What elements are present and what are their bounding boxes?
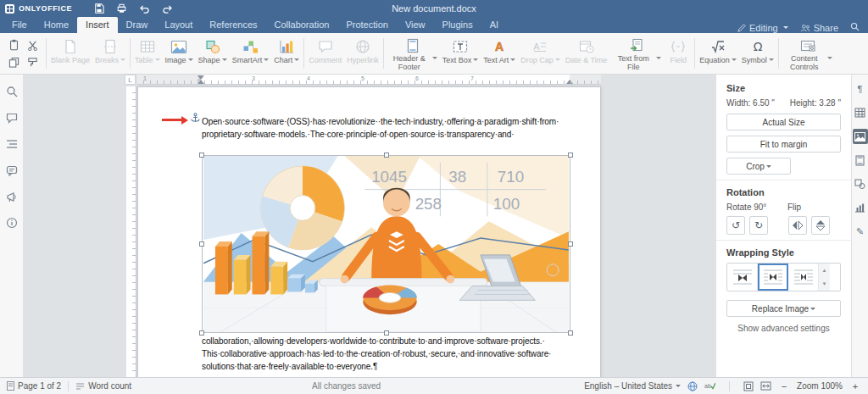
selection-handle[interactable] xyxy=(568,153,573,158)
zoom-in-button[interactable]: + xyxy=(849,380,861,392)
insert-image-button[interactable]: Image xyxy=(163,35,196,72)
redo-button[interactable] xyxy=(162,4,173,14)
insert-hyperlink-button[interactable]: Hyperlink xyxy=(344,35,381,72)
copy-style-button[interactable] xyxy=(25,55,39,69)
zoom-out-button[interactable]: − xyxy=(778,380,790,392)
insert-text-art-button[interactable]: A Text Art xyxy=(481,35,518,72)
word-count-icon xyxy=(75,382,85,391)
insert-breaks-button[interactable]: Breaks xyxy=(92,35,128,72)
flip-horizontal-button[interactable] xyxy=(788,216,807,235)
insert-header-footer-button[interactable]: Header & Footer xyxy=(386,35,440,72)
word-count-button[interactable]: Word count xyxy=(75,381,131,391)
share-button[interactable]: Share xyxy=(800,23,838,33)
rotate-right-button[interactable]: ↻ xyxy=(749,216,768,235)
header-footer-settings-button[interactable] xyxy=(853,153,868,168)
insert-equation-button[interactable]: Equation xyxy=(697,35,739,72)
tab-collaboration[interactable]: Collaboration xyxy=(266,17,338,33)
scroll-down-icon[interactable]: ▼ xyxy=(819,277,830,291)
insert-shape-button[interactable]: Shape xyxy=(196,35,230,72)
chat-button[interactable] xyxy=(5,164,19,177)
insert-content-controls-button[interactable]: Content Controls xyxy=(781,35,835,72)
tab-home[interactable]: Home xyxy=(36,17,77,33)
search-button[interactable] xyxy=(850,22,860,33)
paragraph-settings-button[interactable]: ¶ xyxy=(853,81,868,97)
signature-settings-button[interactable]: ✎ xyxy=(853,224,868,239)
copy-button[interactable] xyxy=(7,55,20,69)
paste-button[interactable] xyxy=(7,38,20,52)
editing-mode-selector[interactable]: Editing xyxy=(737,23,788,33)
navigation-button[interactable] xyxy=(5,137,19,151)
language-selector[interactable]: English – United States xyxy=(584,381,681,391)
flip-vertical-button[interactable] xyxy=(811,216,830,235)
insert-symbol-button[interactable]: Ω Symbol xyxy=(739,35,776,72)
insert-chart-button[interactable]: Chart xyxy=(271,35,302,72)
insert-comment-button[interactable]: Comment xyxy=(306,35,344,72)
tab-insert[interactable]: Insert xyxy=(77,17,118,33)
print-button[interactable] xyxy=(116,3,127,14)
fit-to-width-button[interactable] xyxy=(760,381,771,391)
tab-draw[interactable]: Draw xyxy=(118,17,157,33)
inline-image[interactable]: 1045 38 710 258 100 xyxy=(202,155,570,333)
insert-table-button[interactable]: Table xyxy=(132,35,163,72)
insert-field-button[interactable]: Field xyxy=(664,35,693,72)
cut-button[interactable] xyxy=(25,38,39,52)
selection-handle[interactable] xyxy=(199,241,204,247)
chart-settings-button[interactable] xyxy=(853,200,868,215)
insert-text-from-file-button[interactable]: Text from File xyxy=(609,35,664,72)
paragraph-top[interactable]: Open·source·software·(OSS)·has·revolutio… xyxy=(202,115,559,141)
save-button[interactable] xyxy=(94,3,104,14)
wrap-inline-option[interactable] xyxy=(727,264,758,291)
actual-size-button[interactable]: Actual Size xyxy=(726,114,841,130)
selection-handle[interactable] xyxy=(199,153,204,158)
left-indent-marker[interactable] xyxy=(198,80,204,84)
spell-check-button[interactable]: ab xyxy=(704,381,715,391)
insert-text-box-button[interactable]: Text Box xyxy=(440,35,481,72)
tab-plugins[interactable]: Plugins xyxy=(434,17,481,33)
tab-ai[interactable]: AI xyxy=(481,17,507,33)
selection-handle[interactable] xyxy=(568,330,573,336)
tab-file[interactable]: File xyxy=(3,17,36,33)
comment-icon xyxy=(6,113,18,124)
set-language-button[interactable] xyxy=(687,381,698,391)
selection-handle[interactable] xyxy=(568,241,573,247)
fit-width-icon xyxy=(760,381,771,391)
horizontal-ruler[interactable]: 1 2 3 4 5 6 7 xyxy=(137,75,601,85)
replace-image-button[interactable]: Replace Image xyxy=(726,300,841,317)
wrap-tight-option[interactable] xyxy=(788,264,819,291)
find-button[interactable] xyxy=(5,85,19,98)
tab-protection[interactable]: Protection xyxy=(337,17,397,33)
headings-icon xyxy=(6,139,18,149)
paragraph-bottom[interactable]: collaboration,·allowing·developers·world… xyxy=(202,335,551,373)
insert-drop-cap-button[interactable]: A Drop Cap xyxy=(518,35,563,72)
table-settings-button[interactable] xyxy=(853,105,868,120)
wrap-square-option[interactable] xyxy=(758,264,788,291)
tab-stop-selector[interactable]: L xyxy=(125,75,136,85)
tab-references[interactable]: References xyxy=(201,17,265,33)
vertical-ruler[interactable] xyxy=(126,86,136,377)
scroll-up-icon[interactable]: ▲ xyxy=(819,264,830,277)
shape-settings-button[interactable] xyxy=(853,176,868,191)
selection-handle[interactable] xyxy=(384,153,389,158)
show-advanced-settings-link[interactable]: Show advanced settings xyxy=(726,324,841,333)
rotate-left-button[interactable]: ↺ xyxy=(726,216,745,235)
undo-button[interactable] xyxy=(139,4,150,14)
image-settings-button[interactable] xyxy=(853,129,868,144)
chevron-down-icon xyxy=(120,58,125,61)
document-page[interactable]: Open·source·software·(OSS)·has·revolutio… xyxy=(137,86,601,377)
insert-smartart-button[interactable]: SmartArt xyxy=(230,35,272,72)
wrap-gallery-scrollbar[interactable]: ▲ ▼ xyxy=(819,264,830,291)
tab-layout[interactable]: Layout xyxy=(156,17,201,33)
about-button[interactable] xyxy=(5,216,19,230)
right-indent-marker[interactable] xyxy=(566,80,573,84)
page-number-indicator[interactable]: Page 1 of 2 xyxy=(7,381,61,391)
zoom-level[interactable]: Zoom 100% xyxy=(797,381,843,391)
document-canvas[interactable]: L 1 2 3 4 5 6 7 Open·source·software·(OS… xyxy=(24,75,715,377)
comments-button[interactable] xyxy=(5,111,19,125)
tab-view[interactable]: View xyxy=(397,17,434,33)
crop-button[interactable]: Crop xyxy=(726,158,791,175)
feedback-button[interactable] xyxy=(5,190,19,203)
fit-to-page-button[interactable] xyxy=(743,381,754,391)
insert-date-time-button[interactable]: Date & Time xyxy=(563,35,610,72)
fit-to-margin-button[interactable]: Fit to margin xyxy=(726,136,841,153)
insert-blank-page-button[interactable]: Blank Page xyxy=(48,35,92,72)
